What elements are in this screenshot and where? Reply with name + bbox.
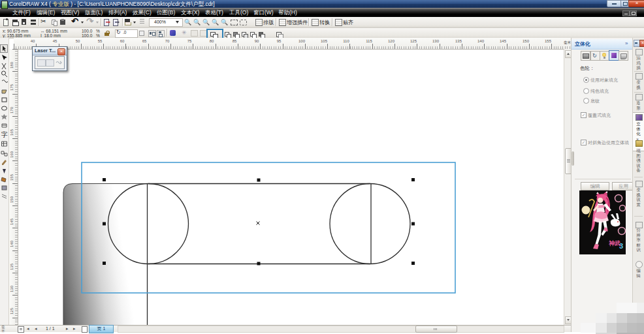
svg-text:3: 3 [619, 242, 623, 250]
svg-text:字: 字 [1, 131, 8, 138]
